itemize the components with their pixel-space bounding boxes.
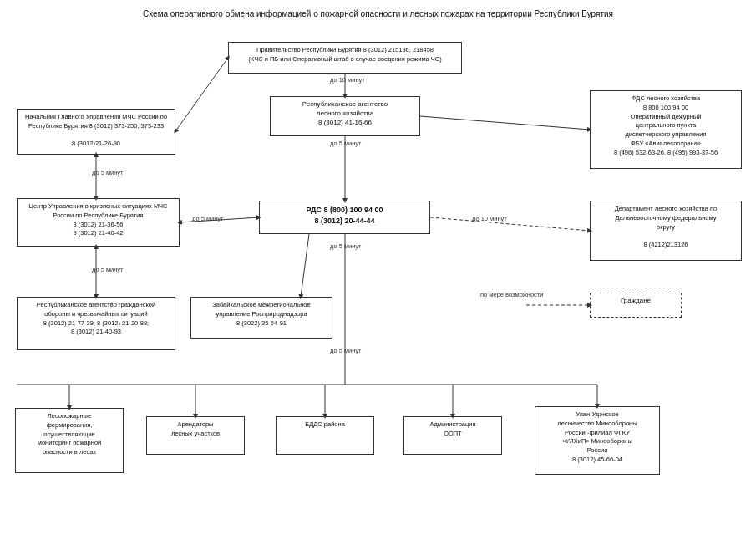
box-rdc: РДС 8 (800) 100 94 00 8 (3012) 20-44-44: [259, 201, 430, 234]
label-to5min-5: до 5 минут: [330, 242, 362, 250]
label-to5min-1: до 5 минут: [330, 140, 362, 147]
box-edds: ЕДДС района: [276, 416, 374, 455]
box-citizens: Граждане: [590, 293, 682, 318]
box-crisis-center: Центр Управления в кризисных ситуациях М…: [17, 198, 180, 247]
label-to5min-3: до 5 минут: [92, 266, 124, 273]
svg-line-4: [175, 58, 228, 131]
box-oopt-admin: Администрация ООПТ: [403, 416, 502, 455]
box-ulan-ude: Улан-Удэнское лесничество Минообороны Ро…: [535, 406, 660, 475]
label-to5min-4: до 5 минут: [192, 215, 224, 222]
svg-line-10: [420, 116, 590, 130]
box-forest-dept: Департамент лесного хозяйства по Дальнев…: [590, 201, 742, 261]
box-fire-monitoring: Лесопожарные фермирования, осуществляющи…: [15, 408, 124, 473]
label-as-possible: по мере возможности: [480, 291, 543, 298]
label-to10min-1: до 10 минут: [330, 76, 365, 84]
box-government: Правительство Республики Бурятия 8 (3012…: [228, 42, 462, 74]
box-lessees: Арендаторы лесных участков: [146, 416, 245, 455]
box-rosprirodnadzor: Забайкальское межрегиональное управление…: [190, 297, 332, 339]
label-to5min-6: до 5 минут: [330, 347, 362, 354]
label-to5min-2: до 5 минут: [92, 169, 124, 176]
box-fdc-forestry: ФДС лесного хозяйства 8 800 100 94 00 Оп…: [590, 90, 742, 169]
box-republican-agency: Республиканское агентство лесного хозяйс…: [270, 96, 420, 136]
label-to10min-2: до 10 минут: [472, 215, 507, 222]
svg-line-9: [430, 217, 590, 231]
svg-line-8: [301, 234, 309, 297]
box-civil-defense: Республиканское агентство гражданской об…: [17, 297, 175, 350]
diagram-container: Схема оперативного обмена информацией о …: [0, 0, 756, 535]
box-mchs-head: Начальник Главного Управления МЧС России…: [17, 109, 175, 155]
page-title: Схема оперативного обмена информацией о …: [8, 8, 748, 20]
